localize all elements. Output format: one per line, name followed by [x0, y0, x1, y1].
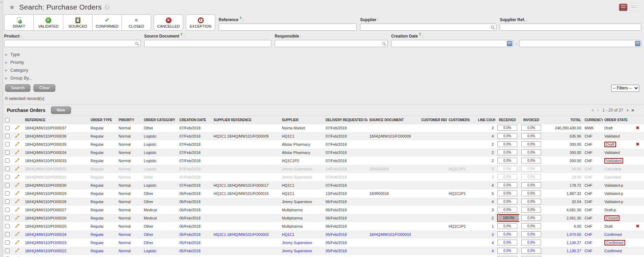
column-header-order_state[interactable]: ORDER STATE	[603, 116, 634, 124]
cell-order_type[interactable]: Regular	[89, 255, 117, 257]
cell-supplier[interactable]: Allstar Pharmacy	[280, 140, 324, 148]
cell-priority[interactable]: Normal	[117, 230, 142, 239]
cell-order_state[interactable]: Validated-p	[603, 189, 634, 198]
cell-received[interactable]: 0.0%	[495, 189, 519, 198]
cell-order_state[interactable]: Confirmed	[603, 239, 634, 247]
cell-line_count[interactable]: 4	[476, 247, 495, 255]
creation-date-to-input[interactable]	[519, 40, 641, 47]
cell-currency[interactable]: CHF	[583, 255, 603, 257]
cell-order_type[interactable]: Regular	[89, 140, 117, 148]
help-icon[interactable]: ?	[419, 33, 421, 37]
table-row[interactable]: 18/HQ/MW110/PO00032RegularNormalLogistic…	[3, 165, 644, 173]
edit-pencil-icon[interactable]	[15, 199, 19, 204]
cell-total[interactable]: 2,061.30	[543, 214, 583, 222]
column-header-customers[interactable]: CUSTOMERS	[447, 116, 476, 124]
cell-order_category[interactable]: Logistic	[142, 157, 178, 165]
cell-order_type[interactable]: Regular	[89, 124, 117, 132]
cell-received[interactable]: 0.0%	[495, 148, 519, 157]
cell-received[interactable]: 0.0%	[495, 247, 519, 255]
cell-total[interactable]: 240,390,430.00	[543, 124, 583, 132]
cell-order_category[interactable]: Other	[142, 124, 178, 132]
cell-priority[interactable]: Normal	[117, 157, 142, 165]
delete-row-icon[interactable]: ✖	[636, 125, 640, 130]
cell-delivery_requested_date[interactable]: 06/Feb/2018	[324, 206, 368, 214]
table-row[interactable]: 18/HQ/MW110/PO00031RegularNormalOther07/…	[3, 173, 644, 181]
cell-customers[interactable]	[447, 206, 476, 214]
cell-creation_date[interactable]: 06/Feb/2018	[178, 189, 212, 198]
table-row[interactable]: 18/HQ/MW110/PO00025RegularNormalOther06/…	[3, 222, 644, 230]
cell-total[interactable]: 19.00	[543, 173, 583, 181]
cell-source_document[interactable]	[368, 206, 420, 214]
row-checkbox[interactable]	[5, 175, 10, 179]
cell-received[interactable]: 0.0%	[495, 239, 519, 247]
cell-creation_date[interactable]: 07/Feb/2018	[178, 140, 212, 148]
search-button[interactable]: Search	[5, 84, 30, 92]
cell-invoiced[interactable]: 0.0%	[519, 255, 543, 257]
cell-source_document[interactable]	[368, 198, 420, 206]
cell-customer_ref[interactable]	[420, 247, 447, 255]
table-row[interactable]: 18/HQ/MW110/PO00037RegularNormalOther07/…	[3, 124, 644, 132]
cell-currency[interactable]: CHF	[583, 206, 603, 214]
cell-reference[interactable]: 18/HQ/MW110/PO00023	[23, 239, 89, 247]
cell-total[interactable]: 178.72	[543, 181, 583, 189]
edit-pencil-icon[interactable]	[15, 232, 19, 237]
table-row[interactable]: 18/HQ/MW110/PO00030RegularNormalLogistic…	[3, 181, 644, 189]
row-checkbox[interactable]	[5, 158, 10, 163]
cell-order_state[interactable]: Validated-p	[603, 181, 634, 189]
cell-reference[interactable]: 18/HQ/MW110/PO00036	[23, 132, 89, 140]
cell-order_type[interactable]: Regular	[89, 132, 117, 140]
cell-currency[interactable]: CHF	[583, 214, 603, 222]
cell-invoiced[interactable]: 0.0%	[519, 124, 543, 132]
cell-order_type[interactable]: Regular	[89, 214, 117, 222]
cell-delivery_requested_date[interactable]: 14/Feb/2018	[324, 165, 368, 173]
cell-currency[interactable]: CHF	[583, 173, 603, 181]
state-filter-validated-button[interactable]: VALIDATED	[33, 14, 63, 31]
cell-order_state[interactable]: Cancelled	[603, 165, 634, 173]
cell-line_count[interactable]: 4	[476, 239, 495, 247]
cell-supplier_reference[interactable]	[212, 173, 280, 181]
cell-invoiced[interactable]: 0.0%	[519, 165, 543, 173]
cell-priority[interactable]: Normal	[117, 222, 142, 230]
cell-source_document[interactable]	[368, 255, 420, 257]
cell-delivery_requested_date[interactable]: 05/Feb/2018	[324, 247, 368, 255]
cell-supplier_reference[interactable]	[212, 222, 280, 230]
creation-date-from-input[interactable]	[391, 40, 513, 47]
cell-customers[interactable]	[447, 132, 476, 140]
table-row[interactable]: 18/HQ/MW110/PO00029RegularNormalOther06/…	[3, 189, 644, 198]
cell-customer_ref[interactable]	[420, 230, 447, 239]
cell-supplier_reference[interactable]: HQ1C1.18/HQ/MW101/FO00003	[212, 230, 280, 239]
table-row[interactable]: 18/HQ/MW110/PO00027RegularNormalMedical0…	[3, 206, 644, 214]
cell-reference[interactable]: 18/HQ/MW110/PO00027	[23, 206, 89, 214]
cell-supplier[interactable]: Jimmy Superstore	[280, 247, 324, 255]
cell-order_state[interactable]: Closed	[603, 214, 634, 222]
cell-customers[interactable]	[447, 124, 476, 132]
cell-currency[interactable]: CHF	[583, 239, 603, 247]
cell-reference[interactable]: 18/HQ/MW110/PO00034	[23, 148, 89, 157]
cell-customers[interactable]: HQ1C1P1	[447, 189, 476, 198]
cell-currency[interactable]: CHF	[583, 165, 603, 173]
cell-reference[interactable]: 18/HQ/MW110/PO00024	[23, 230, 89, 239]
table-row[interactable]: 18/HQ/MW110/PO00022RegularNormalLogistic…	[3, 247, 644, 255]
cell-delivery_requested_date[interactable]: 07/Feb/2018	[324, 148, 368, 157]
edit-pencil-icon[interactable]	[15, 158, 19, 163]
cell-supplier_reference[interactable]: HQ1C1.18/HQ/MW101/FO00016	[212, 189, 280, 198]
calendar-icon[interactable]	[635, 41, 640, 46]
state-filter-closed-button[interactable]: CLOSED	[122, 14, 151, 31]
product-input[interactable]	[4, 40, 141, 47]
cell-priority[interactable]: Normal	[117, 189, 142, 198]
cell-customers[interactable]	[447, 247, 476, 255]
table-row[interactable]: 18/HQ/MW110/PO00023RegularNormalOther05/…	[3, 239, 644, 247]
cell-source_document[interactable]	[368, 214, 420, 222]
cell-customer_ref[interactable]	[420, 206, 447, 214]
cell-total[interactable]: 32.04	[543, 198, 583, 206]
cell-priority[interactable]: Normal	[117, 181, 142, 189]
section-toggle-type[interactable]: ▶Type	[5, 51, 641, 58]
cell-line_count[interactable]: 2	[476, 148, 495, 157]
cell-reference[interactable]: 18/HQ/MW110/PO00025	[23, 222, 89, 230]
cell-received[interactable]: 0.0%	[495, 181, 519, 189]
cell-order_type[interactable]: Regular	[89, 198, 117, 206]
column-header-source_document[interactable]: SOURCE DOCUMENT	[368, 116, 420, 124]
cell-customer_ref[interactable]	[420, 189, 447, 198]
cell-creation_date[interactable]: 07/Feb/2018	[178, 165, 212, 173]
delete-row-icon[interactable]: ✖	[636, 142, 640, 147]
